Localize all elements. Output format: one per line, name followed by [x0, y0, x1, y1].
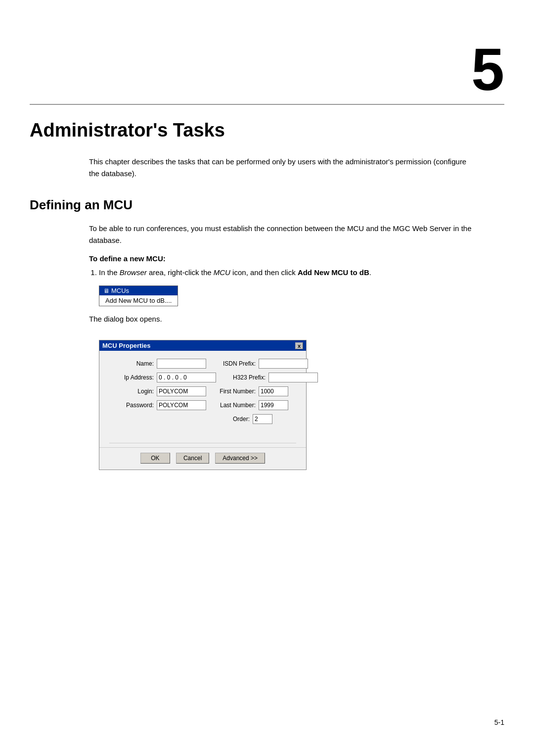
advanced-button[interactable]: Advanced >>	[215, 453, 265, 464]
name-input[interactable]	[157, 359, 206, 369]
step1-text: In the Browser area, right-click the MCU…	[99, 268, 371, 277]
page-number: 5-1	[494, 718, 504, 726]
h323-prefix-label: H323 Prefix:	[221, 374, 266, 381]
ok-button[interactable]: OK	[140, 453, 170, 464]
chapter-rule	[30, 104, 504, 105]
mcu-italic: MCU	[214, 268, 230, 277]
section-heading: Defining an MCU	[30, 197, 504, 213]
define-label: To define a new MCU:	[89, 254, 504, 263]
isdn-prefix-label: ISDN Prefix:	[211, 360, 256, 367]
ip-label: Ip Address:	[109, 374, 154, 381]
chapter-number-section: 5	[0, 0, 534, 104]
order-input[interactable]	[253, 414, 272, 424]
dialog-titlebar: MCU Properties x	[99, 340, 306, 351]
order-row: Order:	[109, 414, 296, 424]
ip-row: Ip Address: H323 Prefix:	[109, 373, 296, 382]
close-button[interactable]: x	[295, 342, 303, 349]
context-menu-container: 🖥 MCUs Add New MCU to dB....	[99, 285, 504, 306]
password-label: Password:	[109, 402, 154, 409]
step-1: In the Browser area, right-click the MCU…	[99, 267, 475, 279]
h323-prefix-input[interactable]	[268, 373, 318, 382]
context-menu-item[interactable]: Add New MCU to dB....	[99, 295, 178, 306]
content-area: Administrator's Tasks This chapter descr…	[0, 120, 534, 480]
dialog-divider	[109, 443, 296, 443]
chapter-number: 5	[471, 40, 504, 99]
browser-italic: Browser	[120, 268, 147, 277]
intro-text: This chapter describes the tasks that ca…	[89, 156, 475, 180]
last-number-label: Last Number:	[211, 402, 256, 409]
login-input[interactable]	[157, 386, 206, 396]
context-menu-title: 🖥 MCUs	[99, 286, 178, 295]
mcu-icon: 🖥	[103, 287, 109, 294]
chapter-title: Administrator's Tasks	[30, 120, 504, 141]
dialog-intro: The dialog box opens.	[89, 313, 475, 325]
password-row: Password: Last Number:	[109, 400, 296, 410]
context-menu-title-text: MCUs	[111, 287, 129, 294]
dialog-body: Name: ISDN Prefix: Ip Address:	[99, 351, 306, 439]
section-body: To be able to run conferences, you must …	[89, 223, 475, 246]
first-number-input[interactable]	[259, 386, 288, 396]
add-new-bold: Add New MCU to dB	[298, 268, 369, 277]
dialog-container: MCU Properties x Name: ISDN Pre	[99, 340, 307, 470]
name-row: Name: ISDN Prefix:	[109, 359, 296, 369]
password-input[interactable]	[157, 400, 206, 410]
name-label: Name:	[109, 360, 154, 367]
last-number-input[interactable]	[259, 400, 288, 410]
ip-address-input[interactable]	[157, 373, 216, 382]
cancel-button[interactable]: Cancel	[176, 453, 209, 464]
context-menu: 🖥 MCUs Add New MCU to dB....	[99, 285, 178, 306]
isdn-prefix-input[interactable]	[259, 359, 308, 369]
dialog-title: MCU Properties	[102, 342, 151, 349]
page-container: 5 Administrator's Tasks This chapter des…	[0, 0, 534, 756]
mcu-properties-dialog: MCU Properties x Name: ISDN Pre	[99, 340, 307, 470]
login-label: Login:	[109, 388, 154, 395]
login-row: Login: First Number:	[109, 386, 296, 396]
dialog-footer: OK Cancel Advanced >>	[99, 447, 306, 470]
order-label: Order:	[205, 416, 250, 423]
first-number-label: First Number:	[211, 388, 256, 395]
steps-list: In the Browser area, right-click the MCU…	[99, 267, 475, 279]
